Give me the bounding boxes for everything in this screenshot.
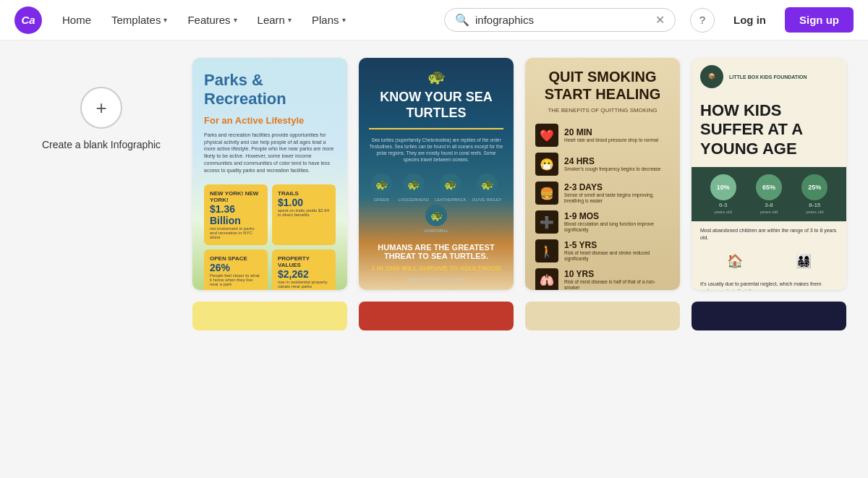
smoking-icon-1: 😷 bbox=[535, 153, 558, 176]
kids-card-content: 📦 LITTLE BOX KIDS FOUNDATION HOW KIDS SU… bbox=[692, 58, 846, 290]
kids-card-image: 📦 LITTLE BOX KIDS FOUNDATION HOW KIDS SU… bbox=[692, 58, 846, 290]
turtle-olive: 🐢 OLIVE RIDLEY bbox=[472, 174, 502, 202]
parks-card-image: Parks &Recreation For an Active Lifestyl… bbox=[192, 58, 347, 290]
smoking-row-5: 🫁 10 YRS Risk of most disease is half of… bbox=[535, 268, 670, 290]
template-card-smoking[interactable]: QUIT SMOKING START HEALING THE BENEFITS … bbox=[525, 58, 680, 290]
smoking-label-3: 1-9 MOS bbox=[564, 211, 670, 221]
parks-body: Parks and recreation facilities provide … bbox=[204, 132, 336, 174]
smoking-time-1: 24 HRS Smoker's cough frequency begins t… bbox=[564, 156, 661, 172]
age-range-8-15: 8-15 bbox=[809, 202, 820, 208]
smoking-desc-1: Smoker's cough frequency begins to decre… bbox=[564, 166, 661, 172]
smoking-title: QUIT SMOKING START HEALING bbox=[535, 68, 670, 103]
smoking-desc-3: Blood circulation and lung function impr… bbox=[564, 221, 670, 234]
signup-button[interactable]: Sign up bbox=[785, 7, 854, 33]
parks-stats: NEW YORK! NEW YORK! $1.36 Billion net in… bbox=[204, 184, 336, 290]
nav-features[interactable]: Features ▾ bbox=[179, 8, 245, 32]
learn-label: Learn bbox=[258, 14, 285, 26]
kids-body-section: It's usually due to parental neglect, wh… bbox=[692, 275, 846, 290]
kids-org-logo-text: 📦 bbox=[708, 73, 715, 80]
search-input[interactable] bbox=[475, 14, 650, 26]
smoking-label-2: 2-3 DAYS bbox=[564, 182, 670, 192]
create-blank-card[interactable]: + Create a blank Infographic bbox=[22, 58, 181, 179]
nav-templates[interactable]: Templates ▾ bbox=[103, 8, 176, 32]
turtles-species-list: 🐢 GREEN 🐢 LOGGERHEAD 🐢 LEATHERBACK bbox=[369, 174, 503, 233]
age-circle-8-15: 25% bbox=[801, 174, 827, 200]
age-label-0-3: years old bbox=[714, 210, 731, 214]
parks-stat-4-desc: rise in residential property values near… bbox=[278, 280, 330, 289]
smoking-time-3: 1-9 MOS Blood circulation and lung funct… bbox=[564, 211, 670, 234]
parks-stat-3: OPEN SPACE 26% People feel closer to wha… bbox=[204, 249, 268, 290]
kids-age-8-15: 25% 8-15 years old bbox=[801, 174, 827, 214]
nav-home[interactable]: Home bbox=[54, 8, 100, 32]
parks-stat-4-value: $2,262 bbox=[278, 268, 330, 280]
smoking-row-2: 🍔 2-3 DAYS Sense of smell and taste begi… bbox=[535, 182, 670, 205]
age-pct-0-3: 10% bbox=[717, 184, 730, 191]
turtle-leatherback-icon: 🐢 bbox=[440, 174, 461, 195]
plans-label: Plans bbox=[312, 14, 339, 26]
login-button[interactable]: Log in bbox=[720, 8, 779, 32]
age-pct-8-15: 25% bbox=[808, 184, 821, 191]
turtles-threat: HUMANS ARE THE GREATEST THREAT TO SEA TU… bbox=[369, 243, 503, 260]
smoking-icon-2: 🍔 bbox=[535, 182, 558, 205]
smoking-icon-4: 🚶 bbox=[535, 239, 558, 263]
search-bar: 🔍 ✕ bbox=[444, 8, 676, 32]
turtle-hawksbill-icon: 🐢 bbox=[425, 205, 447, 226]
search-clear-icon[interactable]: ✕ bbox=[655, 13, 665, 27]
age-pct-3-8: 65% bbox=[762, 184, 775, 191]
turtle-green-icon: 🐢 bbox=[370, 174, 392, 195]
canva-logo[interactable]: Ca bbox=[14, 7, 42, 34]
nav-plans[interactable]: Plans ▾ bbox=[303, 8, 354, 32]
kids-age-0-3: 10% 0-3 years old bbox=[710, 174, 736, 214]
parks-stat-4-title: PROPERTY VALUES bbox=[278, 255, 330, 268]
turtle-olive-label: OLIVE RIDLEY bbox=[472, 197, 502, 202]
partial-card-red[interactable] bbox=[359, 302, 514, 330]
bottom-empty bbox=[22, 302, 181, 330]
template-card-parks[interactable]: Parks &Recreation For an Active Lifestyl… bbox=[192, 58, 347, 290]
parks-stat-4: PROPERTY VALUES $2,262 rise in residenti… bbox=[272, 249, 336, 290]
kids-stat-desc: Most abandoned children are within the r… bbox=[700, 227, 838, 242]
turtles-title: KNOW YOUR SEA TURTLES bbox=[369, 90, 503, 121]
smoking-label-4: 1-5 YRS bbox=[564, 240, 670, 250]
smoking-time-2: 2-3 DAYS Sense of smell and taste begins… bbox=[564, 182, 670, 205]
help-button[interactable]: ? bbox=[690, 8, 715, 33]
main-content: + Create a blank Infographic Parks &Recr… bbox=[0, 40, 868, 348]
partial-card-yellow[interactable] bbox=[192, 302, 347, 330]
age-label-3-8: years old bbox=[760, 210, 778, 214]
kids-org-logo: 📦 bbox=[700, 65, 723, 88]
turtles-divider bbox=[369, 128, 503, 129]
turtle-green-label: GREEN bbox=[373, 197, 388, 202]
parks-stat-1-desc: net investment in parks and recreation i… bbox=[210, 226, 262, 239]
kids-org-name: LITTLE BOX KIDS FOUNDATION bbox=[729, 74, 807, 80]
smoking-icon-3: ➕ bbox=[535, 210, 558, 234]
navbar: Ca Home Templates ▾ Features ▾ Learn ▾ P… bbox=[0, 0, 868, 40]
turtles-footer: MAR-DESATCH.COM bbox=[369, 276, 503, 283]
smoking-desc-5: Risk of most disease is half of that of … bbox=[564, 279, 670, 290]
kids-icons-section: 🏠 👨‍👩‍👧‍👦 bbox=[692, 247, 846, 275]
features-chevron-icon: ▾ bbox=[234, 16, 237, 24]
smoking-subtitle: THE BENEFITS OF QUITTING SMOKING bbox=[535, 107, 670, 114]
features-label: Features bbox=[187, 14, 230, 26]
partial-card-dark[interactable] bbox=[692, 302, 846, 330]
template-card-kids[interactable]: 📦 LITTLE BOX KIDS FOUNDATION HOW KIDS SU… bbox=[692, 58, 846, 290]
learn-chevron-icon: ▾ bbox=[288, 16, 292, 24]
kids-age-3-8: 65% 3-8 years old bbox=[756, 174, 782, 214]
smoking-row-4: 🚶 1-5 YRS Risk of heart disease and stro… bbox=[535, 239, 670, 263]
parks-stat-1-title: NEW YORK! NEW YORK! bbox=[210, 190, 262, 203]
parks-stat-3-desc: People feel closer to what it home when … bbox=[210, 273, 262, 286]
smoking-icon-5: 🫁 bbox=[535, 268, 558, 290]
parks-stat-2: TRAILS $1.00 spent on trails yields $2.9… bbox=[272, 184, 336, 245]
smoking-label-5: 10 YRS bbox=[564, 269, 670, 279]
turtle-icon: 🐢 bbox=[369, 68, 503, 85]
smoking-card-image: QUIT SMOKING START HEALING THE BENEFITS … bbox=[525, 58, 680, 290]
smoking-label-1: 24 HRS bbox=[564, 156, 661, 166]
template-card-turtles[interactable]: 🐢 KNOW YOUR SEA TURTLES Sea turtles (sup… bbox=[359, 58, 514, 290]
search-icon: 🔍 bbox=[455, 13, 469, 27]
partial-card-beige[interactable] bbox=[525, 302, 680, 330]
parks-stat-3-title: OPEN SPACE bbox=[210, 255, 262, 262]
smoking-row-3: ➕ 1-9 MOS Blood circulation and lung fun… bbox=[535, 210, 670, 234]
smoking-label-0: 20 MIN bbox=[564, 127, 658, 137]
nav-learn[interactable]: Learn ▾ bbox=[249, 8, 300, 32]
turtle-hawksbill-label: HAWKSBILL bbox=[424, 229, 448, 233]
nav-right: ? Log in Sign up bbox=[690, 7, 854, 33]
templates-label: Templates bbox=[111, 14, 161, 26]
